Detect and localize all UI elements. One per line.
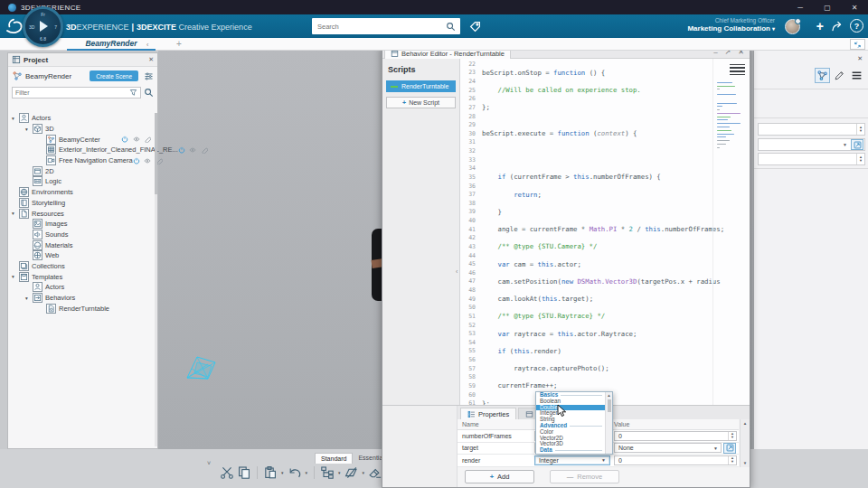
filter-input[interactable]	[15, 89, 129, 96]
power-toggle-icon[interactable]	[178, 146, 185, 154]
maximize-button[interactable]: ▢	[814, 0, 841, 14]
tree-item-exterior-interior-cleaned-final-re[interactable]: Exterior_Interior_Cleaned_FINAL_RE...	[8, 145, 154, 155]
edit-pencil-button[interactable]	[832, 68, 847, 83]
table-scrollbar[interactable]: ▲ ▼	[740, 419, 750, 467]
collapse-panel-button[interactable]	[850, 39, 865, 50]
spinner-control[interactable]: ▲▼	[728, 432, 736, 440]
spinner-control[interactable]: ▲▼	[856, 124, 864, 135]
tree-item-actors[interactable]: ▾Actors	[8, 113, 154, 124]
paste-icon[interactable]	[263, 465, 278, 480]
tab-properties[interactable]: Properties	[460, 408, 516, 419]
tree-item-actors[interactable]: Actors	[8, 282, 154, 293]
tree-item-collections[interactable]: Collections	[8, 261, 154, 272]
dropdown-scrollbar[interactable]: ▲	[605, 392, 612, 454]
help-icon[interactable]: ?	[850, 19, 863, 33]
code-minimap[interactable]	[717, 80, 744, 149]
link-icon[interactable]	[144, 136, 151, 143]
script-item-renderturntable[interactable]: RenderTurntable	[386, 80, 456, 92]
dropdown-caret-icon[interactable]: ▾	[338, 470, 341, 475]
expand-caret-icon[interactable]: ▾	[12, 116, 19, 121]
new-tab-button[interactable]: +	[176, 39, 182, 49]
tree-item-web[interactable]: Web	[8, 250, 154, 261]
sidebar-collapse-icon[interactable]: ‹	[456, 268, 458, 275]
scroll-down-icon[interactable]: ▼	[743, 461, 747, 465]
tree-item-logic[interactable]: Logic	[8, 176, 154, 187]
code-editor[interactable]: 2223beScript.onStop = function () {2425 …	[460, 59, 750, 405]
scroll-up-icon[interactable]: ▲	[743, 421, 747, 426]
toolbar-tab-standard[interactable]: Standard	[315, 453, 353, 464]
value-field[interactable]: 0▲▼	[614, 455, 737, 465]
remove-property-button[interactable]: — Remove	[550, 470, 619, 483]
search-box[interactable]	[312, 18, 460, 34]
tree-item-behaviors[interactable]: ▾Behaviors	[8, 293, 154, 304]
share-icon[interactable]	[831, 21, 844, 32]
cut-icon[interactable]	[220, 465, 234, 480]
avatar[interactable]	[785, 19, 800, 34]
tree-item-templates[interactable]: ▾Templates	[8, 271, 154, 282]
picker-button[interactable]	[723, 443, 736, 454]
tree-item-environments[interactable]: Environments	[8, 187, 154, 198]
value-field[interactable]: ▲▼	[758, 123, 865, 136]
value-field[interactable]: 0▲▼	[614, 431, 737, 441]
close-right-panel-icon[interactable]: ✕	[857, 55, 863, 62]
dropdown-caret-icon[interactable]: ▾	[281, 470, 284, 475]
tree-item-materials[interactable]: Materials	[8, 239, 154, 250]
expand-caret-icon[interactable]: ▾	[12, 211, 19, 216]
structure-icon[interactable]	[320, 465, 335, 480]
spinner-control[interactable]: ▲▼	[856, 154, 864, 164]
scroll-up-icon[interactable]: ▲	[607, 393, 610, 398]
power-toggle-icon[interactable]	[133, 157, 140, 164]
link-icon[interactable]	[201, 146, 208, 154]
tag-icon[interactable]	[469, 21, 481, 33]
collapse-left-icon[interactable]: ‹	[146, 42, 148, 48]
eraser-icon[interactable]	[368, 465, 382, 480]
expand-caret-icon[interactable]: ▾	[12, 274, 19, 279]
visibility-toggle-icon[interactable]	[133, 136, 140, 143]
spinner-control[interactable]: ▲▼	[728, 456, 736, 465]
tree-item-3d[interactable]: ▾3D	[8, 124, 154, 135]
3dexperience-compass[interactable]: Fr 3D 7 6.8	[23, 6, 63, 47]
tree-item-beamycenter[interactable]: BeamyCenter	[8, 134, 154, 145]
list-menu-button[interactable]	[849, 68, 864, 83]
visibility-toggle-icon[interactable]	[144, 157, 151, 164]
tree-search-icon[interactable]	[144, 88, 154, 98]
picker-button[interactable]	[851, 139, 863, 150]
type-combobox[interactable]: Integer▼	[534, 455, 610, 465]
add-content-button[interactable]: +	[816, 19, 824, 33]
search-icon[interactable]	[446, 22, 456, 32]
value-field[interactable]: ▲▼	[758, 153, 865, 165]
node-graph-button[interactable]	[815, 68, 830, 83]
tree-item-renderturntable[interactable]: RenderTurntable	[8, 303, 154, 314]
user-context[interactable]: Chief Marketing Officer Marketing Collab…	[687, 17, 775, 33]
filter-field[interactable]	[12, 87, 141, 99]
expand-caret-icon[interactable]: ▾	[25, 127, 33, 132]
project-scrollbar[interactable]	[155, 113, 157, 446]
expand-caret-icon[interactable]: ▾	[25, 296, 33, 301]
tree-item-resources[interactable]: ▾Resources	[8, 208, 154, 219]
tree-item-images[interactable]: Images	[8, 219, 154, 230]
camera-gizmo-icon[interactable]	[184, 353, 219, 382]
minimize-button[interactable]: ─	[787, 0, 814, 14]
sketch-icon[interactable]	[344, 465, 359, 480]
funnel-icon[interactable]	[129, 89, 137, 97]
settings-sliders-icon[interactable]	[144, 71, 154, 81]
power-toggle-icon[interactable]	[121, 136, 128, 143]
undo-icon[interactable]	[288, 465, 302, 480]
collapse-toolbar-icon[interactable]: ˅	[207, 460, 211, 466]
tree-item-free-navigation-camera[interactable]: Free Navigation Camera	[8, 155, 154, 166]
visibility-toggle-icon[interactable]	[189, 146, 196, 154]
close-project-panel-icon[interactable]: ✕	[148, 56, 154, 63]
value-field[interactable]: None▼	[614, 443, 722, 453]
copy-icon[interactable]	[237, 465, 251, 480]
add-property-button[interactable]: + Add	[465, 470, 534, 483]
search-input[interactable]	[312, 23, 446, 31]
tree-item-sounds[interactable]: Sounds	[8, 230, 154, 240]
dropdown-caret-icon[interactable]: ▾	[363, 470, 365, 475]
minimap-menu-icon[interactable]	[730, 63, 745, 76]
workspace-dropdown[interactable]: Marketing Collaboration▾	[687, 24, 775, 33]
create-scene-button[interactable]: Create Scene	[90, 70, 138, 81]
reference-field[interactable]: ▼	[758, 138, 865, 151]
tree-item-2d[interactable]: 2D	[8, 165, 154, 176]
tree-item-storytelling[interactable]: Storytelling	[8, 198, 154, 209]
dropdown-caret-icon[interactable]: ▾	[306, 470, 308, 475]
